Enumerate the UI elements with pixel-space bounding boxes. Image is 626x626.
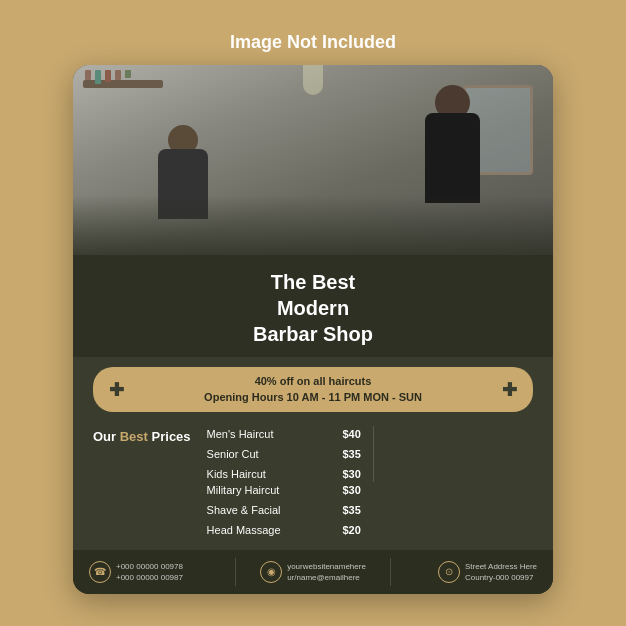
list-item: Shave & Facial $35 [201,502,367,518]
list-item: Head Massage $20 [201,522,367,538]
tagline-title: The Best Modern Barbar Shop [93,269,533,347]
service-name: Senior Cut [207,448,259,460]
our-best-label: Our Best Prices [93,426,191,446]
phone-icon: ☎ [89,561,111,583]
barber-shop-card: The Best Modern Barbar Shop ✚ 40% off on… [73,65,553,594]
website-icon: ◉ [260,561,282,583]
footer-website: ◉ yourwebsitenamehere ur/name@emailhere [244,561,382,583]
phone-text: +000 00000 00978 +000 00000 00987 [116,561,183,583]
image-section [73,65,553,255]
plus-icon-right: ✚ [502,379,517,401]
service-price: $20 [342,524,360,536]
website-text: yourwebsitenamehere ur/name@emailhere [287,561,366,583]
service-price: $30 [342,468,360,480]
tagline-section: The Best Modern Barbar Shop [73,255,553,357]
prices-table: Men's Haircut $40 Senior Cut $35 Kids Ha… [201,426,533,538]
address-text: Street Address Here Country-000 00997 [465,561,537,583]
prices-right-column: Military Haircut $30 Shave & Facial $35 … [201,482,367,538]
discount-bar: ✚ 40% off on all haircuts Opening Hours … [93,367,533,412]
list-item: Senior Cut $35 [201,446,367,462]
service-price: $35 [342,448,360,460]
service-name: Military Haircut [207,484,280,496]
service-price: $35 [342,504,360,516]
service-price: $30 [342,484,360,496]
footer-bar: ☎ +000 00000 00978 +000 00000 00987 ◉ yo… [73,550,553,594]
service-name: Men's Haircut [207,428,274,440]
service-name: Kids Haircut [207,468,266,480]
discount-text: 40% off on all haircuts Opening Hours 10… [204,374,422,405]
footer-phone: ☎ +000 00000 00978 +000 00000 00987 [89,561,227,583]
list-item: Men's Haircut $40 [201,426,367,442]
footer-address: ⊙ Street Address Here Country-000 00997 [399,561,537,583]
list-item: Kids Haircut $30 [201,466,367,482]
location-icon: ⊙ [438,561,460,583]
plus-icon-left: ✚ [109,379,124,401]
prices-left-column: Men's Haircut $40 Senior Cut $35 Kids Ha… [201,426,367,482]
service-price: $40 [342,428,360,440]
list-item: Military Haircut $30 [201,482,367,498]
service-name: Shave & Facial [207,504,281,516]
service-name: Head Massage [207,524,281,536]
prices-section: Our Best Prices Men's Haircut $40 Senior… [73,412,553,550]
page-title: Image Not Included [230,32,396,53]
